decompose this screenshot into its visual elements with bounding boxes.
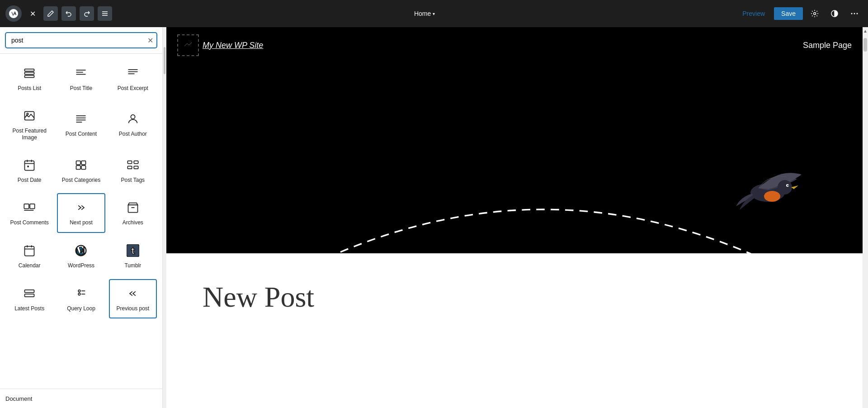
post-excerpt-icon — [125, 65, 141, 81]
nav-right-link[interactable]: Sample Page — [803, 41, 852, 50]
svg-point-61 — [778, 180, 792, 195]
block-label-archives: Archives — [123, 219, 143, 227]
block-label-posts-list: Posts List — [18, 85, 41, 92]
svg-point-23 — [131, 115, 135, 119]
block-item-post-excerpt[interactable]: Post Excerpt — [109, 59, 157, 98]
block-label-latest-posts: Latest Posts — [14, 305, 44, 313]
settings-icon-button[interactable] — [807, 5, 823, 22]
block-item-previous-post[interactable]: Previous post — [109, 279, 157, 319]
block-item-calendar[interactable]: Calendar — [5, 237, 53, 275]
svg-rect-29 — [76, 161, 80, 164]
svg-rect-35 — [127, 166, 132, 169]
search-clear-button[interactable]: ✕ — [147, 36, 153, 45]
block-item-latest-posts[interactable]: Latest Posts — [5, 279, 53, 319]
block-item-post-tags[interactable]: Post Tags — [109, 151, 157, 190]
svg-point-55 — [79, 289, 81, 292]
site-title[interactable]: My New WP Site — [203, 41, 263, 50]
svg-point-18 — [27, 113, 28, 115]
contrast-icon-button[interactable] — [826, 5, 843, 22]
svg-point-7 — [857, 13, 858, 14]
svg-rect-53 — [25, 289, 34, 292]
block-item-query-loop[interactable]: Query Loop — [57, 279, 105, 319]
svg-rect-32 — [82, 166, 86, 169]
block-label-post-categories: Post Categories — [62, 177, 100, 184]
top-toolbar: ✕ Home ▾ — [0, 0, 868, 27]
block-label-post-comments: Post Comments — [10, 219, 48, 227]
search-bar: ✕ — [0, 27, 162, 54]
sidebar-scroll-thumb — [164, 47, 165, 74]
calendar-icon — [21, 242, 38, 259]
document-tab[interactable]: Document — [5, 395, 32, 402]
canvas-nav: My New WP Site Sample Page — [166, 27, 863, 63]
canvas-inner: My New WP Site Sample Page — [166, 27, 863, 408]
svg-point-3 — [814, 13, 816, 15]
svg-rect-40 — [128, 205, 137, 213]
right-scrollbar[interactable]: ▲ — [863, 27, 868, 408]
svg-rect-34 — [134, 161, 138, 163]
close-button[interactable]: ✕ — [25, 6, 40, 21]
block-item-post-content[interactable]: Post Content — [57, 102, 105, 147]
scroll-up-button[interactable]: ▲ — [863, 27, 868, 34]
sidebar-bottom: Document — [0, 389, 162, 408]
block-label-post-title: Post Title — [70, 85, 92, 92]
redo-button[interactable] — [80, 6, 94, 21]
block-label-tumblr: Tumblr — [124, 262, 141, 270]
next-post-icon — [73, 199, 89, 216]
site-logo-box — [177, 34, 199, 56]
search-input[interactable] — [5, 33, 157, 48]
nav-home-label: Home — [414, 10, 431, 17]
block-item-tumblr[interactable]: Tumblr — [109, 237, 157, 275]
block-item-posts-list[interactable]: Posts List — [5, 59, 53, 98]
post-categories-icon — [73, 157, 89, 173]
svg-rect-36 — [134, 166, 138, 169]
block-label-post-excerpt: Post Excerpt — [118, 85, 148, 92]
latest-posts-icon — [21, 285, 38, 302]
post-title-text: New Post — [203, 280, 826, 314]
block-label-post-featured-image: Post Featured Image — [9, 128, 49, 142]
block-item-post-featured-image[interactable]: Post Featured Image — [5, 102, 53, 147]
bird-container — [727, 161, 808, 217]
block-item-post-comments[interactable]: Post Comments — [5, 193, 53, 233]
block-item-wordpress[interactable]: WordPress — [57, 237, 105, 275]
sidebar: ✕ Posts ListPost TitlePost ExcerptPost F… — [0, 27, 163, 408]
wordpress-logo[interactable] — [5, 5, 22, 22]
block-label-post-tags: Post Tags — [121, 177, 145, 184]
canvas-area[interactable]: My New WP Site Sample Page — [166, 27, 863, 408]
svg-rect-28 — [27, 166, 29, 167]
block-item-post-author[interactable]: Post Author — [109, 102, 157, 147]
posts-list-icon — [21, 65, 38, 81]
more-options-icon-button[interactable] — [846, 5, 863, 22]
svg-rect-37 — [24, 204, 29, 209]
block-label-next-post: Next post — [70, 219, 93, 227]
content-area: New Post — [166, 253, 863, 408]
menu-button[interactable] — [98, 6, 112, 21]
edit-icon-button[interactable] — [43, 6, 58, 21]
wordpress-icon — [73, 242, 89, 259]
block-item-archives[interactable]: Archives — [109, 193, 157, 233]
block-label-post-author: Post Author — [119, 131, 147, 138]
block-item-post-categories[interactable]: Post Categories — [57, 151, 105, 190]
save-button[interactable]: Save — [774, 7, 803, 20]
tumblr-icon — [125, 242, 141, 259]
svg-rect-31 — [76, 166, 80, 169]
block-label-post-content: Post Content — [66, 131, 97, 138]
block-item-post-title[interactable]: Post Title — [57, 59, 105, 98]
archives-icon — [125, 199, 141, 216]
block-item-post-date[interactable]: Post Date — [5, 151, 53, 190]
block-item-next-post[interactable]: Next post — [57, 193, 105, 233]
sidebar-scrollbar[interactable] — [163, 27, 166, 408]
post-content-icon — [73, 111, 89, 127]
svg-rect-42 — [25, 247, 34, 256]
nav-home-dropdown[interactable]: Home ▾ — [414, 10, 435, 17]
block-label-query-loop: Query Loop — [67, 305, 95, 313]
block-label-calendar: Calendar — [19, 262, 41, 270]
svg-rect-24 — [25, 161, 34, 170]
query-loop-icon — [73, 285, 89, 302]
nav-chevron-icon: ▾ — [433, 11, 435, 16]
post-tags-icon — [125, 157, 141, 173]
preview-button[interactable]: Preview — [737, 7, 770, 20]
post-date-icon — [21, 157, 38, 173]
bird-illustration — [727, 161, 808, 215]
undo-button[interactable] — [61, 6, 76, 21]
post-comments-icon — [21, 199, 38, 216]
